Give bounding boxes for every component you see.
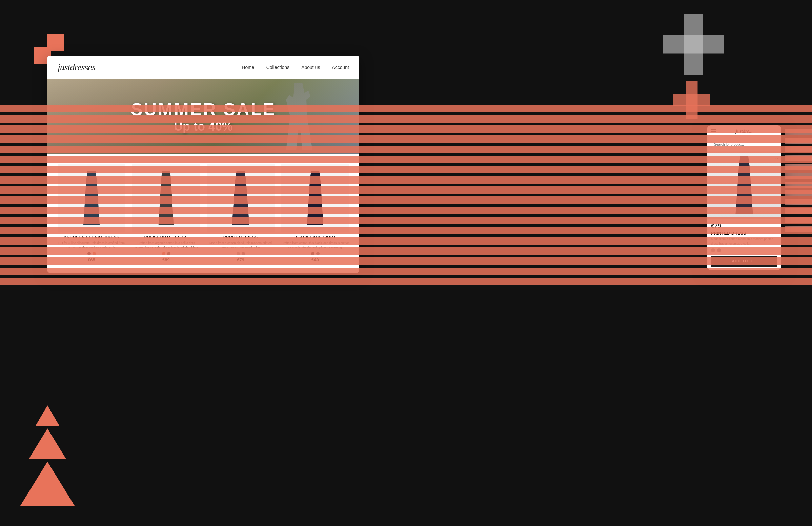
mobile-header: justdre...: [707, 125, 782, 138]
nav-links: Home Collections About us Account: [242, 64, 349, 71]
add-to-cart-button[interactable]: ADD TO C...: [711, 256, 778, 267]
product-image: [281, 164, 349, 232]
product-card[interactable]: POLKA DOTS DRESS Crafted from organic co…: [129, 161, 203, 266]
product-colors: [58, 252, 126, 255]
product-card[interactable]: BLACK LACE SKIRT Crafted from cotton, th…: [278, 161, 352, 266]
chevron-down-icon[interactable]: ⌄: [774, 154, 779, 161]
product-colors: [281, 252, 349, 255]
mobile-product-description: Made from a cotton blend, this modern pr…: [711, 237, 778, 245]
product-name: BLACK LACE SKIRT: [281, 235, 349, 239]
nav-account[interactable]: Account: [332, 65, 349, 70]
right-stripe: [785, 217, 812, 223]
hero-banner: SUMMER SALE Up to 40%: [47, 79, 359, 154]
hamburger-line: [711, 133, 716, 133]
mobile-product-colors: [711, 248, 778, 252]
product-description: Cut for A-line silhouette, this dress is…: [58, 241, 126, 249]
color-swatch[interactable]: [242, 252, 245, 255]
product-image: [58, 164, 126, 232]
triangle-large: [20, 462, 75, 506]
product-colors: [207, 252, 275, 255]
mobile-color-swatch[interactable]: [717, 248, 721, 252]
decorative-triangles: [20, 405, 75, 506]
product-card[interactable]: PRINTED DRESS Made from a cotton blend, …: [203, 161, 278, 266]
product-image: [132, 164, 200, 232]
product-name: BI-COLOR FLORAL DRESS: [58, 235, 126, 239]
product-name: POLKA DOTS DRESS: [132, 235, 200, 239]
product-price: €49: [281, 257, 349, 262]
product-price: €79: [207, 257, 275, 262]
desktop-window: justdresses Home Collections About us Ac…: [47, 56, 359, 273]
nav-home[interactable]: Home: [242, 65, 254, 70]
triangle-small: [35, 405, 59, 426]
product-description: Made from a cotton blend, this modern pr…: [207, 241, 275, 249]
dress-silhouette: [78, 171, 105, 225]
mobile-product-price: €79: [711, 223, 778, 230]
right-stripe: [785, 226, 812, 232]
mobile-window: justdre... ⌄ €79 PRINTED DRESS Made from…: [707, 125, 782, 270]
hamburger-line: [711, 131, 716, 132]
mobile-search-bar[interactable]: [707, 138, 782, 151]
right-stripe: [785, 137, 812, 144]
mobile-color-swatch[interactable]: [711, 248, 715, 252]
product-price: €65: [58, 257, 126, 262]
product-colors: [132, 252, 200, 255]
right-stripe: [785, 129, 812, 135]
hamburger-line: [711, 130, 716, 130]
products-grid: BI-COLOR FLORAL DRESS Cut for A-line sil…: [47, 154, 359, 273]
product-description: Crafted from cotton, this black lace dre…: [281, 241, 349, 249]
product-price: €89: [132, 257, 200, 262]
hero-title: SUMMER SALE: [131, 99, 276, 120]
site-logo: justdresses: [58, 62, 95, 73]
right-stripe: [785, 208, 812, 214]
mobile-logo: justdre...: [736, 129, 753, 134]
nav-about[interactable]: About us: [301, 65, 320, 70]
right-stripe: [785, 164, 812, 170]
color-swatch[interactable]: [167, 252, 171, 255]
product-description: Crafted from organic cotton in a polka d…: [132, 241, 200, 249]
decorative-plus-large: [663, 14, 724, 75]
hero-subtitle: Up to 40%: [131, 120, 276, 134]
hero-figure: [278, 82, 319, 150]
color-swatch[interactable]: [92, 252, 96, 255]
mobile-product-image: ⌄: [707, 151, 782, 219]
right-stripe: [785, 199, 812, 205]
mobile-dress-silhouette: [731, 156, 758, 214]
color-swatch[interactable]: [316, 252, 320, 255]
hero-text: SUMMER SALE Up to 40%: [131, 99, 276, 134]
stripe: [0, 278, 812, 285]
product-name: PRINTED DRESS: [207, 235, 275, 239]
hamburger-menu-icon[interactable]: [711, 130, 716, 133]
decorative-plus-small: [673, 81, 710, 119]
mobile-product-info: €79 PRINTED DRESS Made from a cotton ble…: [707, 219, 782, 270]
right-stripes-decoration: [785, 129, 812, 232]
right-stripe: [785, 182, 812, 187]
dress-silhouette: [302, 171, 329, 225]
right-stripe: [785, 146, 812, 152]
mobile-product-name: PRINTED DRESS: [711, 231, 778, 236]
color-swatch[interactable]: [162, 252, 165, 255]
right-stripe: [785, 173, 812, 179]
product-image: [207, 164, 275, 232]
mobile-search-input[interactable]: [711, 140, 778, 148]
right-stripe: [785, 155, 812, 161]
triangle-medium: [29, 429, 66, 459]
right-stripe: [785, 190, 812, 196]
nav-collections[interactable]: Collections: [266, 65, 289, 70]
product-card[interactable]: BI-COLOR FLORAL DRESS Cut for A-line sil…: [54, 161, 129, 266]
color-swatch[interactable]: [311, 252, 315, 255]
color-swatch[interactable]: [236, 252, 240, 255]
navbar: justdresses Home Collections About us Ac…: [47, 56, 359, 79]
color-swatch[interactable]: [87, 252, 91, 255]
dress-silhouette: [227, 171, 254, 225]
dress-silhouette: [153, 171, 179, 225]
